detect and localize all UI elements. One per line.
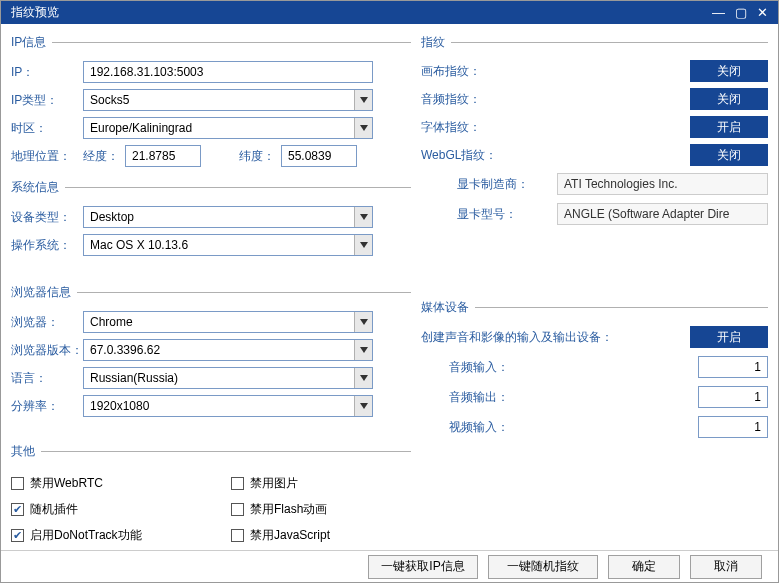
lang-value[interactable]	[83, 367, 373, 389]
check-label: 启用DoNotTrack功能	[30, 527, 142, 544]
checkbox-icon	[11, 477, 24, 490]
audio-in-input[interactable]	[698, 356, 768, 378]
res-value[interactable]	[83, 395, 373, 417]
video-in-label: 视频输入：	[449, 419, 539, 436]
chevron-down-icon[interactable]	[354, 312, 372, 332]
media-create-toggle[interactable]: 开启	[690, 326, 768, 348]
media-section-title: 媒体设备	[421, 299, 475, 316]
window-controls: — ▢ ✕	[712, 6, 768, 19]
gpu-vendor-value: ATI Technologies Inc.	[557, 173, 768, 195]
browser-ver-value[interactable]	[83, 339, 373, 361]
browser-name-select[interactable]	[83, 311, 373, 333]
ip-type-value[interactable]	[83, 89, 373, 111]
lang-label: 语言：	[11, 370, 83, 387]
check-disable-image[interactable]: 禁用图片	[231, 470, 411, 496]
titlebar: 指纹预览 — ▢ ✕	[1, 1, 778, 24]
res-select[interactable]	[83, 395, 373, 417]
svg-marker-7	[360, 403, 368, 409]
audio-in-label: 音频输入：	[449, 359, 539, 376]
browser-section-title: 浏览器信息	[11, 284, 77, 301]
os-select[interactable]	[83, 234, 373, 256]
check-disable-webrtc[interactable]: 禁用WebRTC	[11, 470, 231, 496]
right-column: 指纹 画布指纹： 关闭 音频指纹： 关闭 字体指纹： 开启 WebG	[421, 28, 768, 550]
fp-section-title: 指纹	[421, 34, 451, 51]
ip-input[interactable]	[83, 61, 373, 83]
svg-marker-4	[360, 319, 368, 325]
webgl-fp-toggle[interactable]: 关闭	[690, 144, 768, 166]
audio-out-input[interactable]	[698, 386, 768, 408]
checkbox-icon	[231, 529, 244, 542]
chevron-down-icon[interactable]	[354, 207, 372, 227]
check-label: 禁用JavaScript	[250, 527, 330, 544]
canvas-fp-label: 画布指纹：	[421, 63, 515, 80]
ip-type-label: IP类型：	[11, 92, 83, 109]
check-disable-js[interactable]: 禁用JavaScript	[231, 522, 411, 548]
chevron-down-icon[interactable]	[354, 368, 372, 388]
checkbox-checked-icon: ✔	[11, 529, 24, 542]
os-value[interactable]	[83, 234, 373, 256]
ip-section-title: IP信息	[11, 34, 52, 51]
lat-input[interactable]	[281, 145, 357, 167]
ok-button[interactable]: 确定	[608, 555, 680, 579]
device-value[interactable]	[83, 206, 373, 228]
device-select[interactable]	[83, 206, 373, 228]
tz-select[interactable]	[83, 117, 373, 139]
audio-fp-toggle[interactable]: 关闭	[690, 88, 768, 110]
video-in-input[interactable]	[698, 416, 768, 438]
maximize-icon[interactable]: ▢	[735, 6, 747, 19]
svg-marker-0	[360, 97, 368, 103]
font-fp-label: 字体指纹：	[421, 119, 515, 136]
check-random-plugin[interactable]: ✔ 随机插件	[11, 496, 231, 522]
chevron-down-icon[interactable]	[354, 396, 372, 416]
gpu-vendor-label: 显卡制造商：	[457, 176, 557, 193]
checkbox-icon	[231, 503, 244, 516]
sys-section: 系统信息 设备类型： 操作系统：	[11, 179, 411, 260]
font-fp-toggle[interactable]: 开启	[690, 116, 768, 138]
browser-name-label: 浏览器：	[11, 314, 83, 331]
tz-label: 时区：	[11, 120, 83, 137]
media-section: 媒体设备 创建声音和影像的输入及输出设备： 开启 音频输入： 音频输出： 视频输…	[421, 299, 768, 442]
minimize-icon[interactable]: —	[712, 6, 725, 19]
browser-ver-label: 浏览器版本：	[11, 342, 83, 359]
check-disable-flash[interactable]: 禁用Flash动画	[231, 496, 411, 522]
device-label: 设备类型：	[11, 209, 83, 226]
svg-marker-5	[360, 347, 368, 353]
lng-input[interactable]	[125, 145, 201, 167]
chevron-down-icon[interactable]	[354, 340, 372, 360]
ip-section: IP信息 IP： IP类型： 时区：	[11, 34, 411, 171]
browser-name-value[interactable]	[83, 311, 373, 333]
gpu-model-value: ANGLE (Software Adapter Dire	[557, 203, 768, 225]
canvas-fp-toggle[interactable]: 关闭	[690, 60, 768, 82]
os-label: 操作系统：	[11, 237, 83, 254]
check-label: 禁用图片	[250, 475, 298, 492]
svg-marker-3	[360, 242, 368, 248]
check-enable-dnt[interactable]: ✔ 启用DoNotTrack功能	[11, 522, 231, 548]
browser-ver-select[interactable]	[83, 339, 373, 361]
chevron-down-icon[interactable]	[354, 235, 372, 255]
content: IP信息 IP： IP类型： 时区：	[1, 24, 778, 550]
browser-section: 浏览器信息 浏览器： 浏览器版本： 语言：	[11, 284, 411, 421]
checkbox-icon	[231, 477, 244, 490]
other-section: 其他 禁用WebRTC ✔ 随机插件 ✔ 启用DoNotTr	[11, 443, 411, 548]
window: 指纹预览 — ▢ ✕ IP信息 IP： IP类型：	[0, 0, 779, 583]
fetch-ip-button[interactable]: 一键获取IP信息	[368, 555, 478, 579]
chevron-down-icon[interactable]	[354, 90, 372, 110]
chevron-down-icon[interactable]	[354, 118, 372, 138]
ip-type-select[interactable]	[83, 89, 373, 111]
svg-marker-2	[360, 214, 368, 220]
other-section-title: 其他	[11, 443, 41, 460]
webgl-fp-label: WebGL指纹：	[421, 147, 515, 164]
check-label: 随机插件	[30, 501, 78, 518]
svg-marker-6	[360, 375, 368, 381]
checkbox-checked-icon: ✔	[11, 503, 24, 516]
lng-label: 经度：	[83, 148, 119, 165]
cancel-button[interactable]: 取消	[690, 555, 762, 579]
lat-label: 纬度：	[239, 148, 275, 165]
res-label: 分辨率：	[11, 398, 83, 415]
tz-value[interactable]	[83, 117, 373, 139]
close-icon[interactable]: ✕	[757, 6, 768, 19]
fp-section: 指纹 画布指纹： 关闭 音频指纹： 关闭 字体指纹： 开启 WebG	[421, 34, 768, 229]
random-fp-button[interactable]: 一键随机指纹	[488, 555, 598, 579]
lang-select[interactable]	[83, 367, 373, 389]
sys-section-title: 系统信息	[11, 179, 65, 196]
